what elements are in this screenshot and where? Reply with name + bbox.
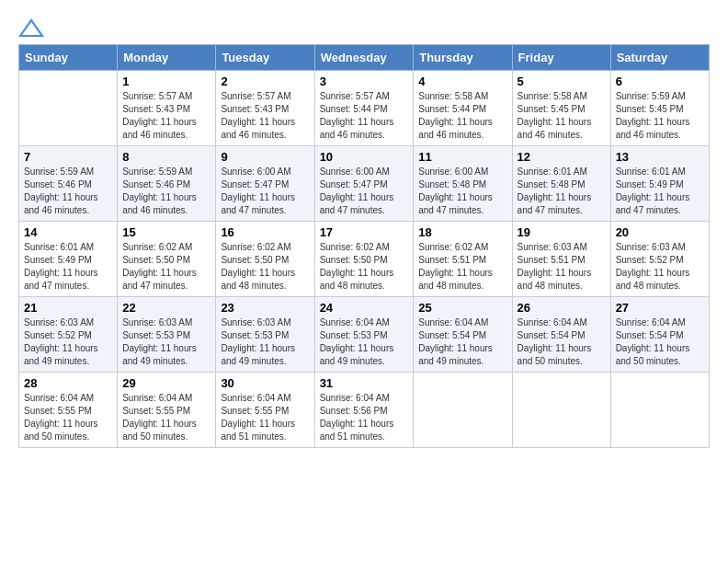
calendar-cell: 19Sunrise: 6:03 AMSunset: 5:51 PMDayligh… [512, 222, 610, 297]
calendar-cell [19, 71, 118, 146]
calendar-cell: 8Sunrise: 5:59 AMSunset: 5:46 PMDaylight… [118, 146, 216, 222]
day-info: Sunrise: 6:04 AMSunset: 5:55 PMDaylight:… [122, 392, 210, 443]
day-number: 15 [122, 225, 210, 239]
calendar-cell: 18Sunrise: 6:02 AMSunset: 5:51 PMDayligh… [414, 222, 512, 297]
day-number: 31 [320, 376, 409, 390]
day-info: Sunrise: 6:04 AMSunset: 5:55 PMDaylight:… [24, 392, 112, 443]
day-number: 24 [320, 301, 409, 315]
week-row-1: 1Sunrise: 5:57 AMSunset: 5:43 PMDaylight… [19, 71, 710, 146]
weekday-friday: Friday [512, 45, 610, 71]
calendar-cell: 2Sunrise: 5:57 AMSunset: 5:43 PMDaylight… [216, 71, 314, 146]
day-number: 20 [616, 225, 704, 239]
day-number: 30 [221, 376, 309, 390]
day-info: Sunrise: 5:57 AMSunset: 5:44 PMDaylight:… [320, 90, 409, 142]
day-info: Sunrise: 5:58 AMSunset: 5:44 PMDaylight:… [418, 90, 506, 142]
day-info: Sunrise: 6:01 AMSunset: 5:49 PMDaylight:… [24, 241, 112, 293]
calendar-cell: 10Sunrise: 6:00 AMSunset: 5:47 PMDayligh… [314, 146, 414, 222]
day-info: Sunrise: 6:04 AMSunset: 5:54 PMDaylight:… [418, 316, 506, 368]
calendar-cell: 5Sunrise: 5:58 AMSunset: 5:45 PMDaylight… [512, 71, 610, 146]
calendar-cell: 14Sunrise: 6:01 AMSunset: 5:49 PMDayligh… [19, 222, 118, 297]
day-number: 21 [24, 301, 112, 315]
calendar-cell: 7Sunrise: 5:59 AMSunset: 5:46 PMDaylight… [19, 146, 118, 222]
day-info: Sunrise: 6:03 AMSunset: 5:53 PMDaylight:… [221, 316, 309, 368]
day-number: 5 [518, 75, 606, 88]
day-info: Sunrise: 5:58 AMSunset: 5:45 PMDaylight:… [518, 90, 606, 142]
calendar-cell: 28Sunrise: 6:04 AMSunset: 5:55 PMDayligh… [19, 373, 118, 448]
day-info: Sunrise: 6:02 AMSunset: 5:50 PMDaylight:… [221, 241, 309, 293]
day-number: 10 [320, 150, 409, 164]
day-number: 27 [616, 301, 704, 315]
calendar-cell: 6Sunrise: 5:59 AMSunset: 5:45 PMDaylight… [610, 71, 709, 146]
calendar-body: 1Sunrise: 5:57 AMSunset: 5:43 PMDaylight… [19, 71, 710, 448]
day-number: 8 [122, 150, 210, 164]
day-info: Sunrise: 6:02 AMSunset: 5:50 PMDaylight:… [320, 241, 409, 293]
day-number: 28 [24, 376, 112, 390]
calendar-cell: 9Sunrise: 6:00 AMSunset: 5:47 PMDaylight… [216, 146, 314, 222]
calendar-cell: 30Sunrise: 6:04 AMSunset: 5:55 PMDayligh… [216, 373, 314, 448]
calendar-cell: 21Sunrise: 6:03 AMSunset: 5:52 PMDayligh… [19, 297, 118, 373]
day-info: Sunrise: 6:03 AMSunset: 5:52 PMDaylight:… [616, 241, 704, 293]
day-info: Sunrise: 6:01 AMSunset: 5:48 PMDaylight:… [518, 166, 606, 217]
day-info: Sunrise: 6:03 AMSunset: 5:51 PMDaylight:… [518, 241, 606, 293]
weekday-saturday: Saturday [610, 45, 709, 71]
calendar-cell: 24Sunrise: 6:04 AMSunset: 5:53 PMDayligh… [314, 297, 414, 373]
day-number: 17 [320, 225, 409, 239]
calendar-cell: 17Sunrise: 6:02 AMSunset: 5:50 PMDayligh… [314, 222, 414, 297]
calendar-cell: 25Sunrise: 6:04 AMSunset: 5:54 PMDayligh… [414, 297, 512, 373]
week-row-3: 14Sunrise: 6:01 AMSunset: 5:49 PMDayligh… [19, 222, 710, 297]
calendar-cell: 23Sunrise: 6:03 AMSunset: 5:53 PMDayligh… [216, 297, 314, 373]
day-number: 25 [418, 301, 506, 315]
calendar-cell: 11Sunrise: 6:00 AMSunset: 5:48 PMDayligh… [414, 146, 512, 222]
day-info: Sunrise: 6:02 AMSunset: 5:51 PMDaylight:… [418, 241, 506, 293]
calendar-cell: 29Sunrise: 6:04 AMSunset: 5:55 PMDayligh… [118, 373, 216, 448]
calendar-cell: 15Sunrise: 6:02 AMSunset: 5:50 PMDayligh… [118, 222, 216, 297]
calendar-cell: 20Sunrise: 6:03 AMSunset: 5:52 PMDayligh… [610, 222, 709, 297]
day-number: 13 [616, 150, 704, 164]
calendar-cell: 12Sunrise: 6:01 AMSunset: 5:48 PMDayligh… [512, 146, 610, 222]
calendar-cell: 13Sunrise: 6:01 AMSunset: 5:49 PMDayligh… [610, 146, 709, 222]
day-info: Sunrise: 6:04 AMSunset: 5:56 PMDaylight:… [320, 392, 409, 443]
weekday-thursday: Thursday [414, 45, 512, 71]
calendar-cell: 27Sunrise: 6:04 AMSunset: 5:54 PMDayligh… [610, 297, 709, 373]
calendar-cell: 26Sunrise: 6:04 AMSunset: 5:54 PMDayligh… [512, 297, 610, 373]
day-info: Sunrise: 6:00 AMSunset: 5:47 PMDaylight:… [221, 166, 309, 217]
week-row-2: 7Sunrise: 5:59 AMSunset: 5:46 PMDaylight… [19, 146, 710, 222]
day-number: 6 [616, 75, 704, 88]
calendar-cell: 3Sunrise: 5:57 AMSunset: 5:44 PMDaylight… [314, 71, 414, 146]
day-info: Sunrise: 5:59 AMSunset: 5:45 PMDaylight:… [616, 90, 704, 142]
day-number: 4 [418, 75, 506, 88]
day-number: 29 [122, 376, 210, 390]
day-number: 16 [221, 225, 309, 239]
day-info: Sunrise: 6:04 AMSunset: 5:54 PMDaylight:… [518, 316, 606, 368]
day-number: 23 [221, 301, 309, 315]
day-number: 26 [518, 301, 606, 315]
weekday-header-row: SundayMondayTuesdayWednesdayThursdayFrid… [19, 45, 710, 71]
weekday-tuesday: Tuesday [216, 45, 314, 71]
day-number: 18 [418, 225, 506, 239]
calendar-cell: 4Sunrise: 5:58 AMSunset: 5:44 PMDaylight… [414, 71, 512, 146]
header [18, 18, 710, 37]
calendar-cell [414, 373, 512, 448]
logo [18, 18, 48, 37]
calendar-cell [512, 373, 610, 448]
day-info: Sunrise: 5:59 AMSunset: 5:46 PMDaylight:… [24, 166, 112, 217]
calendar-cell: 31Sunrise: 6:04 AMSunset: 5:56 PMDayligh… [314, 373, 414, 448]
day-number: 11 [418, 150, 506, 164]
day-number: 3 [320, 75, 409, 88]
day-info: Sunrise: 6:04 AMSunset: 5:54 PMDaylight:… [616, 316, 704, 368]
weekday-wednesday: Wednesday [314, 45, 414, 71]
day-info: Sunrise: 6:04 AMSunset: 5:53 PMDaylight:… [320, 316, 409, 368]
calendar-cell: 16Sunrise: 6:02 AMSunset: 5:50 PMDayligh… [216, 222, 314, 297]
logo-icon [18, 18, 44, 37]
day-info: Sunrise: 6:04 AMSunset: 5:55 PMDaylight:… [221, 392, 309, 443]
day-info: Sunrise: 6:03 AMSunset: 5:52 PMDaylight:… [24, 316, 112, 368]
weekday-monday: Monday [118, 45, 216, 71]
day-info: Sunrise: 6:00 AMSunset: 5:48 PMDaylight:… [418, 166, 506, 217]
week-row-5: 28Sunrise: 6:04 AMSunset: 5:55 PMDayligh… [19, 373, 710, 448]
day-number: 19 [518, 225, 606, 239]
day-info: Sunrise: 5:57 AMSunset: 5:43 PMDaylight:… [122, 90, 210, 142]
calendar-header: SundayMondayTuesdayWednesdayThursdayFrid… [19, 45, 710, 71]
weekday-sunday: Sunday [19, 45, 118, 71]
calendar-cell: 22Sunrise: 6:03 AMSunset: 5:53 PMDayligh… [118, 297, 216, 373]
calendar-table: SundayMondayTuesdayWednesdayThursdayFrid… [18, 44, 710, 448]
